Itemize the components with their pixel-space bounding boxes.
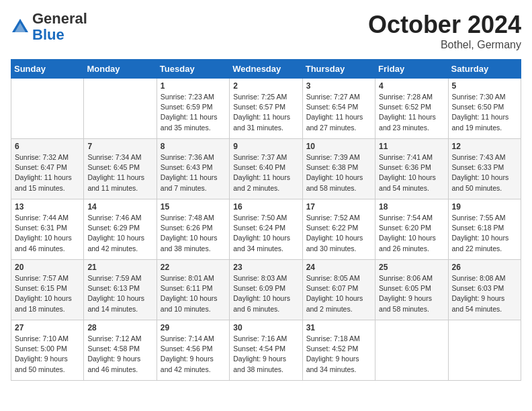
day-number: 22: [161, 263, 226, 272]
day-number: 14: [87, 202, 152, 212]
day-number: 16: [233, 202, 298, 212]
calendar-table: SundayMondayTuesdayWednesdayThursdayFrid…: [11, 59, 521, 381]
day-info: Sunrise: 8:01 AM Sunset: 6:11 PM Dayligh…: [161, 273, 226, 314]
calendar-cell: 13Sunrise: 7:44 AM Sunset: 6:31 PM Dayli…: [11, 199, 84, 260]
calendar-cell: 8Sunrise: 7:36 AM Sunset: 6:43 PM Daylig…: [157, 139, 229, 199]
calendar-cell: 1Sunrise: 7:23 AM Sunset: 6:59 PM Daylig…: [157, 79, 229, 139]
day-number: 26: [452, 263, 517, 272]
day-number: 1: [161, 81, 226, 91]
day-info: Sunrise: 7:39 AM Sunset: 6:38 PM Dayligh…: [306, 152, 371, 193]
day-info: Sunrise: 8:08 AM Sunset: 6:03 PM Dayligh…: [452, 273, 517, 314]
calendar-cell: 24Sunrise: 8:05 AM Sunset: 6:07 PM Dayli…: [302, 260, 375, 320]
calendar-cell: 20Sunrise: 7:57 AM Sunset: 6:15 PM Dayli…: [11, 260, 84, 320]
calendar-cell: 11Sunrise: 7:41 AM Sunset: 6:36 PM Dayli…: [375, 139, 448, 199]
calendar-cell: 19Sunrise: 7:55 AM Sunset: 6:18 PM Dayli…: [448, 199, 521, 260]
day-info: Sunrise: 7:32 AM Sunset: 6:47 PM Dayligh…: [15, 152, 80, 193]
day-info: Sunrise: 7:55 AM Sunset: 6:18 PM Dayligh…: [452, 213, 517, 254]
day-info: Sunrise: 7:50 AM Sunset: 6:24 PM Dayligh…: [233, 213, 298, 254]
day-number: 5: [452, 81, 517, 91]
day-number: 30: [233, 323, 298, 332]
day-info: Sunrise: 7:44 AM Sunset: 6:31 PM Dayligh…: [15, 213, 80, 254]
calendar-cell: 6Sunrise: 7:32 AM Sunset: 6:47 PM Daylig…: [11, 139, 84, 199]
day-number: 10: [306, 142, 371, 151]
day-number: 15: [161, 202, 226, 212]
day-info: Sunrise: 7:57 AM Sunset: 6:15 PM Dayligh…: [15, 273, 80, 314]
calendar-cell: 7Sunrise: 7:34 AM Sunset: 6:45 PM Daylig…: [84, 139, 157, 199]
calendar-week-row: 20Sunrise: 7:57 AM Sunset: 6:15 PM Dayli…: [11, 260, 521, 320]
day-info: Sunrise: 7:37 AM Sunset: 6:40 PM Dayligh…: [233, 152, 298, 193]
day-info: Sunrise: 7:23 AM Sunset: 6:59 PM Dayligh…: [161, 92, 226, 133]
logo-text: General Blue: [32, 11, 87, 43]
day-info: Sunrise: 7:59 AM Sunset: 6:13 PM Dayligh…: [87, 273, 152, 314]
day-info: Sunrise: 8:03 AM Sunset: 6:09 PM Dayligh…: [233, 273, 298, 314]
title-area: October 2024 Bothel, Germany: [368, 11, 521, 51]
calendar-cell: 25Sunrise: 8:06 AM Sunset: 6:05 PM Dayli…: [375, 260, 448, 320]
calendar-cell: [11, 79, 84, 139]
weekday-header: Thursday: [302, 60, 375, 79]
calendar-cell: 2Sunrise: 7:25 AM Sunset: 6:57 PM Daylig…: [230, 79, 302, 139]
location: Bothel, Germany: [368, 39, 521, 51]
day-info: Sunrise: 7:18 AM Sunset: 4:52 PM Dayligh…: [306, 334, 371, 375]
calendar-week-row: 1Sunrise: 7:23 AM Sunset: 6:59 PM Daylig…: [11, 79, 521, 139]
logo: General Blue: [11, 11, 87, 43]
calendar-cell: 16Sunrise: 7:50 AM Sunset: 6:24 PM Dayli…: [230, 199, 302, 260]
day-number: 2: [233, 81, 298, 91]
day-number: 20: [15, 263, 80, 272]
calendar-cell: 27Sunrise: 7:10 AM Sunset: 5:00 PM Dayli…: [11, 320, 84, 381]
calendar-cell: 30Sunrise: 7:16 AM Sunset: 4:54 PM Dayli…: [230, 320, 302, 381]
day-number: 11: [379, 142, 444, 151]
day-info: Sunrise: 7:10 AM Sunset: 5:00 PM Dayligh…: [15, 334, 80, 375]
calendar-week-row: 6Sunrise: 7:32 AM Sunset: 6:47 PM Daylig…: [11, 139, 521, 199]
logo-icon: [11, 17, 30, 36]
day-info: Sunrise: 7:27 AM Sunset: 6:54 PM Dayligh…: [306, 92, 371, 133]
day-info: Sunrise: 7:16 AM Sunset: 4:54 PM Dayligh…: [233, 334, 298, 375]
calendar-cell: 17Sunrise: 7:52 AM Sunset: 6:22 PM Dayli…: [302, 199, 375, 260]
day-info: Sunrise: 7:41 AM Sunset: 6:36 PM Dayligh…: [379, 152, 444, 193]
day-info: Sunrise: 7:14 AM Sunset: 4:56 PM Dayligh…: [161, 334, 226, 375]
calendar-cell: 28Sunrise: 7:12 AM Sunset: 4:58 PM Dayli…: [84, 320, 157, 381]
weekday-header: Wednesday: [230, 60, 302, 79]
day-info: Sunrise: 7:36 AM Sunset: 6:43 PM Dayligh…: [161, 152, 226, 193]
calendar-cell: 4Sunrise: 7:28 AM Sunset: 6:52 PM Daylig…: [375, 79, 448, 139]
day-number: 28: [87, 323, 152, 332]
calendar-cell: [448, 320, 521, 381]
month-title: October 2024: [368, 11, 521, 39]
calendar-week-row: 13Sunrise: 7:44 AM Sunset: 6:31 PM Dayli…: [11, 199, 521, 260]
day-number: 24: [306, 263, 371, 272]
calendar-cell: 31Sunrise: 7:18 AM Sunset: 4:52 PM Dayli…: [302, 320, 375, 381]
day-info: Sunrise: 7:52 AM Sunset: 6:22 PM Dayligh…: [306, 213, 371, 254]
calendar-cell: 23Sunrise: 8:03 AM Sunset: 6:09 PM Dayli…: [230, 260, 302, 320]
day-number: 19: [452, 202, 517, 212]
day-info: Sunrise: 7:43 AM Sunset: 6:33 PM Dayligh…: [452, 152, 517, 193]
calendar-cell: [84, 79, 157, 139]
day-number: 9: [233, 142, 298, 151]
day-info: Sunrise: 7:28 AM Sunset: 6:52 PM Dayligh…: [379, 92, 444, 133]
day-number: 12: [452, 142, 517, 151]
page-header: General Blue October 2024 Bothel, German…: [11, 11, 521, 51]
weekday-header-row: SundayMondayTuesdayWednesdayThursdayFrid…: [11, 60, 521, 79]
calendar-cell: 3Sunrise: 7:27 AM Sunset: 6:54 PM Daylig…: [302, 79, 375, 139]
day-info: Sunrise: 7:25 AM Sunset: 6:57 PM Dayligh…: [233, 92, 298, 133]
day-info: Sunrise: 7:46 AM Sunset: 6:29 PM Dayligh…: [87, 213, 152, 254]
day-number: 8: [161, 142, 226, 151]
calendar-cell: 14Sunrise: 7:46 AM Sunset: 6:29 PM Dayli…: [84, 199, 157, 260]
calendar-week-row: 27Sunrise: 7:10 AM Sunset: 5:00 PM Dayli…: [11, 320, 521, 381]
day-number: 29: [161, 323, 226, 332]
weekday-header: Friday: [375, 60, 448, 79]
day-number: 18: [379, 202, 444, 212]
weekday-header: Saturday: [448, 60, 521, 79]
calendar-cell: 26Sunrise: 8:08 AM Sunset: 6:03 PM Dayli…: [448, 260, 521, 320]
day-number: 31: [306, 323, 371, 332]
day-number: 21: [87, 263, 152, 272]
day-info: Sunrise: 7:34 AM Sunset: 6:45 PM Dayligh…: [87, 152, 152, 193]
calendar-cell: 22Sunrise: 8:01 AM Sunset: 6:11 PM Dayli…: [157, 260, 229, 320]
day-number: 25: [379, 263, 444, 272]
weekday-header: Sunday: [11, 60, 84, 79]
day-number: 3: [306, 81, 371, 91]
day-number: 23: [233, 263, 298, 272]
calendar-cell: 10Sunrise: 7:39 AM Sunset: 6:38 PM Dayli…: [302, 139, 375, 199]
calendar-cell: 9Sunrise: 7:37 AM Sunset: 6:40 PM Daylig…: [230, 139, 302, 199]
day-number: 17: [306, 202, 371, 212]
day-info: Sunrise: 7:54 AM Sunset: 6:20 PM Dayligh…: [379, 213, 444, 254]
day-info: Sunrise: 7:12 AM Sunset: 4:58 PM Dayligh…: [87, 334, 152, 375]
